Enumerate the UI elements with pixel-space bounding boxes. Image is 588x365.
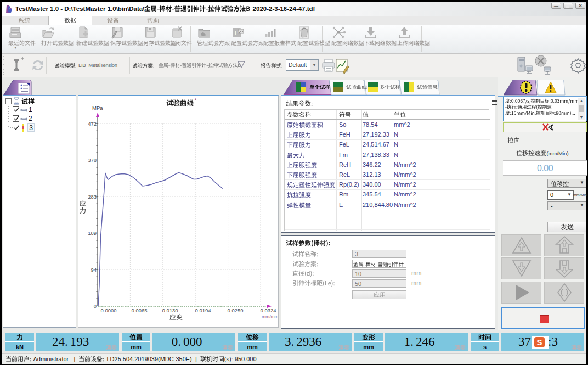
- svg-text:189: 189: [88, 230, 97, 236]
- svg-text:378: 378: [88, 157, 97, 163]
- svg-text:0: 0: [94, 303, 97, 309]
- svg-text:mm/mm: mm/mm: [262, 314, 278, 319]
- svg-text:*: *: [194, 97, 197, 104]
- svg-text:0.0259: 0.0259: [227, 307, 243, 313]
- svg-text:0.0194: 0.0194: [195, 307, 211, 313]
- svg-text:P: P: [235, 30, 239, 36]
- svg-text:283: 283: [88, 194, 97, 200]
- svg-text:472: 472: [88, 121, 97, 127]
- svg-text:0.0065: 0.0065: [131, 307, 147, 313]
- svg-text:0.0130: 0.0130: [162, 307, 178, 313]
- svg-text:MPa: MPa: [92, 105, 103, 111]
- svg-text:0.0000: 0.0000: [100, 307, 116, 313]
- svg-text:0.0324: 0.0324: [260, 307, 276, 313]
- svg-text:94: 94: [91, 267, 97, 273]
